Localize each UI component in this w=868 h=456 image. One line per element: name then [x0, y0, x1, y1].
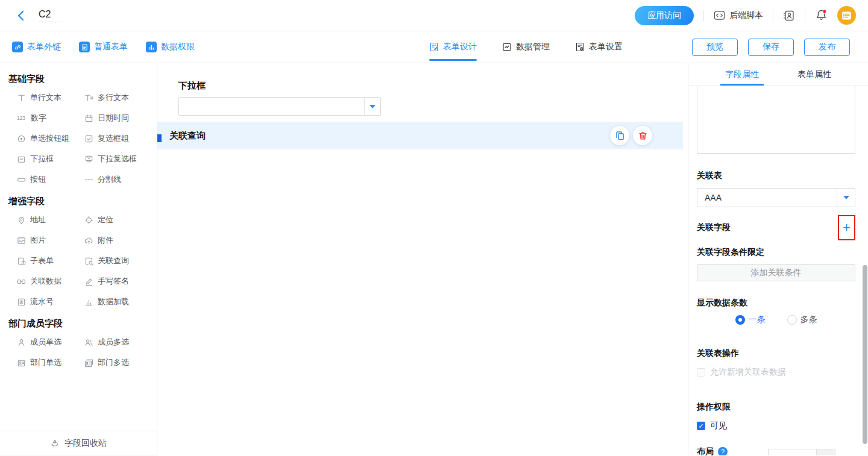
code-icon [714, 10, 725, 20]
tab-form-settings[interactable]: 表单设置 [575, 31, 623, 63]
palette-item-multi-line-text[interactable]: 多行文本 [84, 93, 153, 102]
normal-form-item[interactable]: 普通表单 [79, 42, 128, 52]
divider-icon [84, 175, 93, 184]
chevron-down-icon [370, 105, 376, 108]
palette-item-divider-line[interactable]: 分割线 [84, 175, 153, 184]
section-title-enhanced-fields: 增强字段 [0, 186, 157, 215]
form-external-link-item[interactable]: 表单外链 [12, 42, 61, 52]
panel-scrollbar[interactable] [863, 265, 867, 444]
palette-item-data-load[interactable]: 数据加载 [84, 297, 153, 307]
palette-item-label: 定位 [98, 214, 113, 225]
tab-data-management[interactable]: 数据管理 [502, 31, 550, 63]
selected-field-label: 关联查询 [157, 130, 206, 142]
palette-item-label: 地址 [30, 214, 46, 225]
related-table-value: AAA [697, 193, 837, 202]
dropdown-field-select[interactable] [178, 97, 381, 116]
allow-add-related-data-checkbox[interactable]: 允许新增关联表数据 [697, 367, 855, 378]
notification-bell-icon[interactable] [815, 9, 828, 22]
related-table-select[interactable]: AAA [697, 188, 855, 207]
tab-field-properties[interactable]: 字段属性 [722, 63, 763, 86]
document-icon [79, 42, 90, 52]
palette-item-button[interactable]: 按钮 [17, 175, 84, 184]
publish-button[interactable]: 发布 [804, 39, 850, 56]
single-line-text-icon [17, 93, 26, 102]
palette-item-address[interactable]: 地址 [17, 215, 84, 225]
related-fields-label: 关联字段 [697, 222, 731, 233]
palette-item-dept-single[interactable]: 部门单选 [17, 358, 84, 367]
divider [703, 10, 704, 21]
form-canvas[interactable]: 下拉框 关联查询 [157, 63, 688, 455]
back-icon[interactable] [14, 9, 28, 22]
palette-item-dropdown[interactable]: 下拉框 [17, 154, 84, 164]
backend-script-button[interactable]: 后端脚本 [714, 10, 763, 21]
preview-button[interactable]: 预览 [692, 39, 738, 56]
palette-item-multi-dropdown[interactable]: 下拉复选框 [84, 154, 153, 164]
layout-select-caret-area [817, 449, 835, 455]
layout-select-value-area [769, 449, 817, 455]
description-textarea[interactable] [697, 86, 855, 154]
bar-chart-icon [146, 42, 157, 52]
palette-item-attachment[interactable]: 附件 [84, 236, 153, 245]
palette-item-locate[interactable]: 定位 [84, 215, 153, 225]
palette-item-member-single[interactable]: 成员单选 [17, 337, 84, 347]
palette-item-label: 成员单选 [30, 337, 61, 348]
palette-item-label: 部门多选 [98, 357, 129, 368]
related-table-label: 关联表 [697, 170, 855, 181]
palette-item-label: 多行文本 [98, 92, 129, 103]
address-book-icon[interactable] [783, 10, 795, 22]
radio-option-multiple[interactable]: 多条 [787, 314, 817, 325]
palette-item-related-data[interactable]: 关联数据 [17, 276, 84, 286]
copy-field-button[interactable] [610, 126, 629, 145]
selected-field-row[interactable]: 关联查询 [157, 122, 683, 149]
palette-item-label: 流水号 [30, 296, 54, 307]
copy-icon [615, 131, 625, 141]
radio-group-icon [17, 134, 26, 143]
tab-form-design[interactable]: 表单设计 [429, 31, 477, 63]
visible-checkbox[interactable]: ✓ 可见 [697, 420, 855, 431]
palette-item-number[interactable]: 123 数字 [17, 113, 84, 123]
display-count-label: 显示数据条数 [697, 298, 855, 308]
palette-item-serial-number[interactable]: 流水号 [17, 297, 84, 307]
palette-item-image[interactable]: 图片 [17, 236, 84, 245]
dept-single-icon [17, 358, 26, 367]
radio-option-single[interactable]: 一条 [735, 314, 766, 325]
dept-multi-icon [84, 358, 93, 367]
add-condition-button[interactable]: 添加关联条件 [697, 264, 855, 281]
palette-item-single-line-text[interactable]: 单行文本 [17, 93, 84, 102]
app-access-button[interactable]: 应用访问 [635, 6, 694, 25]
layout-label: 布局 [697, 446, 714, 455]
dropdown-caret-cell[interactable] [364, 98, 380, 115]
form-settings-icon [575, 42, 585, 52]
radio-unchecked-icon [787, 315, 797, 325]
dropdown-field-block[interactable]: 下拉框 [157, 63, 688, 116]
user-avatar[interactable] [837, 6, 856, 25]
palette-item-subform[interactable]: 子表单 [17, 256, 84, 266]
add-related-field-button[interactable]: + [838, 215, 855, 240]
palette-item-checkbox-group[interactable]: 复选框组 [84, 134, 153, 143]
field-recycle-bin-label: 字段回收站 [64, 438, 107, 449]
palette-item-dept-multi[interactable]: 部门多选 [84, 358, 153, 367]
related-table-caret-cell[interactable] [837, 189, 855, 207]
dropdown-icon [17, 155, 26, 164]
palette-item-label: 日期时间 [98, 113, 129, 123]
delete-field-button[interactable] [633, 126, 652, 145]
data-load-icon [84, 298, 93, 307]
attachment-icon [84, 236, 93, 245]
form-title[interactable]: C2 [39, 9, 63, 22]
palette-item-label: 手写签名 [98, 276, 129, 287]
list-icon [841, 11, 852, 20]
palette-item-member-multi[interactable]: 成员多选 [84, 337, 153, 347]
field-recycle-bin[interactable]: 字段回收站 [0, 431, 157, 455]
help-icon[interactable]: ? [718, 447, 728, 455]
palette-item-label: 部门单选 [30, 357, 61, 368]
layout-select-partial[interactable] [768, 449, 835, 455]
palette-item-radio-group[interactable]: 单选按钮组 [17, 134, 84, 143]
save-button[interactable]: 保存 [748, 39, 794, 56]
normal-form-label: 普通表单 [94, 42, 128, 52]
data-permission-item[interactable]: 数据权限 [146, 42, 195, 52]
link-icon [12, 42, 23, 52]
palette-item-related-query[interactable]: 关联查询 [84, 256, 153, 266]
palette-item-signature[interactable]: 手写签名 [84, 276, 153, 286]
palette-item-datetime[interactable]: 日期时间 [84, 113, 153, 123]
tab-form-properties[interactable]: 表单属性 [794, 63, 835, 86]
